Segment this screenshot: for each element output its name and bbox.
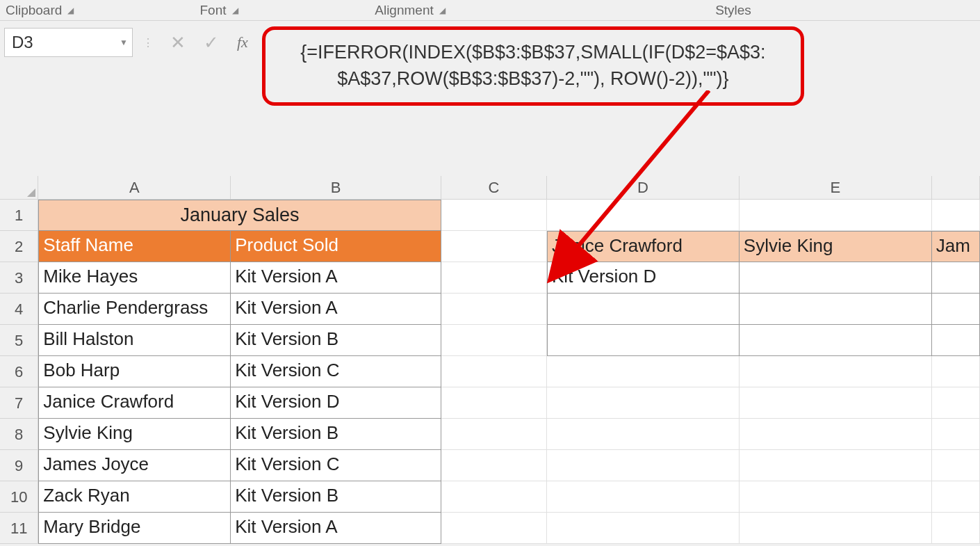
row-header[interactable]: 10: [0, 481, 38, 513]
cell[interactable]: Kit Version C: [231, 450, 441, 481]
cell[interactable]: [932, 387, 980, 419]
cell[interactable]: [441, 231, 547, 262]
row-header[interactable]: 2: [0, 231, 38, 262]
cell[interactable]: [932, 356, 980, 387]
cell[interactable]: [547, 387, 740, 419]
cell[interactable]: [441, 481, 547, 513]
cell[interactable]: [932, 419, 980, 450]
ribbon-label: Styles: [715, 3, 751, 18]
cell[interactable]: [932, 200, 980, 231]
cell[interactable]: [441, 450, 547, 481]
col-header-F[interactable]: [932, 176, 980, 199]
cell[interactable]: [441, 356, 547, 387]
cell[interactable]: Charlie Pendergrass: [38, 294, 231, 325]
table-row: 8 Sylvie King Kit Version B: [0, 419, 980, 450]
cell[interactable]: [547, 481, 740, 513]
cell[interactable]: Bill Halston: [38, 325, 231, 356]
cell[interactable]: [547, 356, 740, 387]
cell[interactable]: [441, 387, 547, 419]
dialog-launcher-icon[interactable]: ◢: [232, 6, 238, 15]
header-staff-name[interactable]: Staff Name: [38, 231, 231, 262]
cell[interactable]: James Joyce: [38, 450, 231, 481]
cell[interactable]: [547, 513, 740, 544]
col-header-E[interactable]: E: [740, 176, 932, 199]
cell[interactable]: Kit Version A: [231, 513, 441, 544]
row-header[interactable]: 4: [0, 294, 38, 325]
cell[interactable]: [740, 481, 932, 513]
cell[interactable]: Mike Hayes: [38, 262, 231, 294]
cell[interactable]: Kit Version C: [231, 356, 441, 387]
cell[interactable]: [740, 325, 932, 356]
col-header-B[interactable]: B: [231, 176, 441, 199]
select-all-corner[interactable]: [0, 176, 38, 199]
cell[interactable]: [740, 262, 932, 294]
name-box[interactable]: D3 ▼: [4, 28, 133, 57]
cell[interactable]: [441, 262, 547, 294]
ribbon-group-labels: Clipboard ◢ Font ◢ Alignment ◢ Styles: [0, 0, 980, 21]
spreadsheet-grid[interactable]: A B C D E 1 January Sales 2 Staff Name P…: [0, 176, 980, 544]
cell[interactable]: Kit Version B: [231, 481, 441, 513]
cell[interactable]: Sylvie King: [38, 419, 231, 450]
row-header[interactable]: 5: [0, 325, 38, 356]
cell[interactable]: [547, 294, 740, 325]
table-row: 11 Mary Bridge Kit Version A: [0, 513, 980, 544]
lookup-header-f[interactable]: Jam: [932, 231, 980, 262]
dialog-launcher-icon[interactable]: ◢: [439, 6, 446, 15]
row-header[interactable]: 9: [0, 450, 38, 481]
cell[interactable]: [547, 450, 740, 481]
cell[interactable]: Kit Version A: [231, 262, 441, 294]
ribbon-group-alignment[interactable]: Alignment ◢: [334, 0, 487, 20]
row-header[interactable]: 7: [0, 387, 38, 419]
cell[interactable]: Kit Version B: [231, 419, 441, 450]
dialog-launcher-icon[interactable]: ◢: [67, 6, 74, 15]
cell[interactable]: Kit Version A: [231, 294, 441, 325]
cell[interactable]: [932, 481, 980, 513]
row-header[interactable]: 6: [0, 356, 38, 387]
cell[interactable]: [441, 513, 547, 544]
cancel-icon[interactable]: ✕: [170, 32, 186, 54]
cell[interactable]: [547, 325, 740, 356]
ribbon-label: Font: [199, 3, 226, 18]
table-row: 6 Bob Harp Kit Version C: [0, 356, 980, 387]
ribbon-group-styles[interactable]: Styles: [487, 0, 980, 20]
cell[interactable]: Bob Harp: [38, 356, 231, 387]
cell[interactable]: Mary Bridge: [38, 513, 231, 544]
row-header[interactable]: 3: [0, 262, 38, 294]
cell[interactable]: Zack Ryan: [38, 481, 231, 513]
cell[interactable]: [740, 387, 932, 419]
cell[interactable]: [740, 419, 932, 450]
lookup-header-e[interactable]: Sylvie King: [740, 231, 932, 262]
row-header[interactable]: 8: [0, 419, 38, 450]
row-header[interactable]: 1: [0, 200, 38, 231]
cell[interactable]: [547, 419, 740, 450]
row-header[interactable]: 11: [0, 513, 38, 544]
divider: ⋮: [133, 28, 163, 57]
ribbon-group-font[interactable]: Font ◢: [104, 0, 334, 20]
enter-icon[interactable]: ✓: [204, 32, 219, 54]
cell[interactable]: [441, 419, 547, 450]
ribbon-group-clipboard[interactable]: Clipboard ◢: [0, 0, 104, 20]
cell[interactable]: Janice Crawford: [38, 387, 231, 419]
cell[interactable]: Kit Version D: [231, 387, 441, 419]
cell[interactable]: [441, 200, 547, 231]
cell[interactable]: [740, 356, 932, 387]
col-header-C[interactable]: C: [441, 176, 547, 199]
cell[interactable]: [932, 294, 980, 325]
table-row: 2 Staff Name Product Sold Janice Crawfor…: [0, 231, 980, 262]
cell[interactable]: [932, 325, 980, 356]
title-cell[interactable]: January Sales: [38, 200, 441, 231]
cell[interactable]: [441, 325, 547, 356]
cell[interactable]: [932, 262, 980, 294]
cell[interactable]: Kit Version B: [231, 325, 441, 356]
cell[interactable]: [740, 450, 932, 481]
cell[interactable]: [740, 294, 932, 325]
cell[interactable]: [441, 294, 547, 325]
cell[interactable]: [740, 200, 932, 231]
cell[interactable]: [740, 513, 932, 544]
chevron-down-icon[interactable]: ▼: [120, 38, 128, 47]
header-product-sold[interactable]: Product Sold: [231, 231, 441, 262]
cell[interactable]: [932, 513, 980, 544]
col-header-A[interactable]: A: [38, 176, 231, 199]
cell[interactable]: [932, 450, 980, 481]
fx-icon[interactable]: fx: [237, 33, 248, 51]
